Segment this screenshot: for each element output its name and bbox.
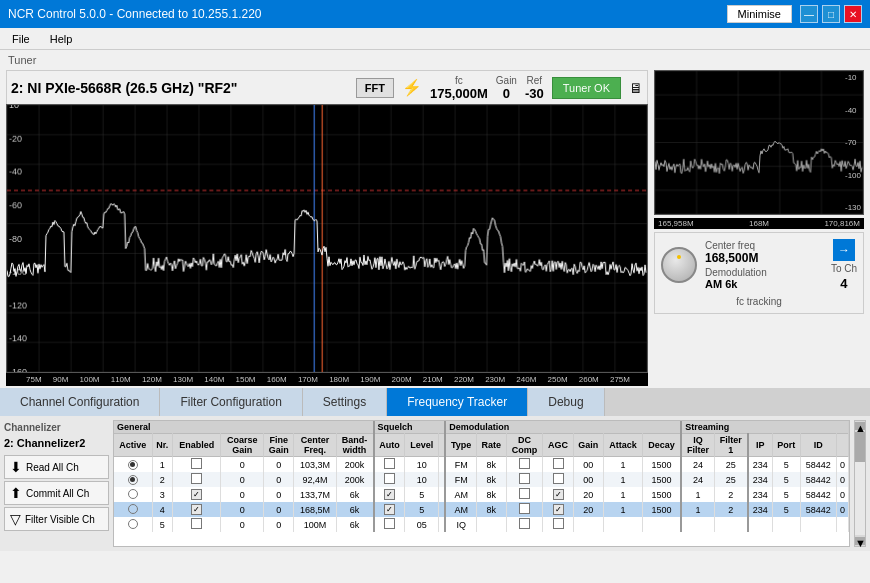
tuner-ok-button[interactable]: Tuner OK [552,77,621,99]
title-left: NCR Control 5.0.0 - Connected to 10.255.… [8,7,262,21]
commit-all-ch-icon: ⬆ [10,485,22,501]
checkbox[interactable] [553,489,564,500]
streaming-group-header: Streaming [681,421,848,434]
read-all-ch-label: Read All Ch [26,462,79,473]
checkbox[interactable] [553,518,564,529]
th-center-freq: CenterFreq. [294,434,336,457]
demodulation-group-header: Demodulation [445,421,681,434]
channel-config-area: Channelizer 2: Channelizer2 ⬇ Read All C… [0,416,870,551]
checkbox[interactable] [191,458,202,469]
radio-button[interactable] [128,460,138,470]
radio-button[interactable] [128,475,138,485]
th-auto: Auto [374,434,405,457]
th-id: ID [800,434,836,457]
tab-filter-configuration[interactable]: Filter Configuration [160,388,302,416]
scroll-thumb[interactable] [855,432,865,462]
minimize-window-button[interactable]: — [800,5,818,23]
commit-all-ch-label: Commit All Ch [26,488,89,499]
tab-bar: Channel Configuration Filter Configurati… [0,388,870,416]
th-fine-gain: FineGain [264,434,294,457]
channelizer-label: Channelizer [4,420,109,435]
tuner-section: Tuner [0,50,870,68]
channelizer-name: 2: Channelizer2 [4,437,109,449]
fc-label: fc [455,75,463,86]
checkbox[interactable] [519,488,530,499]
channel-table-body: 100103,3M200k10FM8k001150024252345584420… [114,457,849,533]
close-window-button[interactable]: ✕ [844,5,862,23]
gain-value: 0 [503,86,510,101]
th-level: Level [405,434,439,457]
checkbox[interactable] [191,489,202,500]
th-nr: Nr. [152,434,173,457]
checkbox[interactable] [384,504,395,515]
left-sidebar: Channelizer 2: Channelizer2 ⬇ Read All C… [4,420,109,547]
radio-button[interactable] [128,519,138,529]
checkbox[interactable] [384,489,395,500]
filter-visible-ch-button[interactable]: ▽ Filter Visible Ch [4,507,109,531]
read-all-ch-button[interactable]: ⬇ Read All Ch [4,455,109,479]
th-active: Active [114,434,152,457]
x-axis: 75M 90M 100M 110M 120M 130M 140M 150M 16… [6,373,648,386]
checkbox[interactable] [519,518,530,529]
filter-visible-ch-label: Filter Visible Ch [25,514,95,525]
general-group-header: General [114,421,374,434]
to-ch-arrow-button[interactable]: → [833,239,855,261]
mini-x-center: 168M [749,219,769,228]
radio-button[interactable] [128,489,138,499]
commit-all-ch-button[interactable]: ⬆ Commit All Ch [4,481,109,505]
th-decay: Decay [643,434,682,457]
channel-table: General Squelch Demodulation Streaming A… [114,421,849,532]
table-scrollbar[interactable]: ▲ ▼ [854,420,866,547]
checkbox[interactable] [384,518,395,529]
checkbox[interactable] [519,473,530,484]
table-row: 400168,5M6k5AM8k2011500122345584420 [114,502,849,517]
checkbox[interactable] [384,473,395,484]
tabs-section: Channel Configuration Filter Configurati… [0,388,870,416]
checkbox[interactable] [553,504,564,515]
title-bar: NCR Control 5.0.0 - Connected to 10.255.… [0,0,870,28]
fft-button[interactable]: FFT [356,78,394,98]
radio-button[interactable] [128,504,138,514]
th-bandwidth: Band-width [336,434,373,457]
filter-visible-ch-icon: ▽ [10,511,21,527]
scroll-down-arrow[interactable]: ▼ [855,537,865,545]
scroll-up-arrow[interactable]: ▲ [855,422,865,430]
tab-frequency-tracker[interactable]: Frequency Tracker [387,388,528,416]
checkbox[interactable] [553,458,564,469]
to-ch-value: 4 [840,276,847,291]
help-menu[interactable]: Help [46,31,77,47]
read-all-ch-icon: ⬇ [10,459,22,475]
ref-label: Ref [527,75,543,86]
checkbox[interactable] [191,473,202,484]
th-dc-comp: DCComp [506,434,543,457]
scroll-track [855,432,865,535]
checkbox[interactable] [384,458,395,469]
spectrum-display [6,104,648,373]
checkbox[interactable] [519,458,530,469]
minimise-button[interactable]: Minimise [727,5,792,23]
checkbox[interactable] [519,503,530,514]
mini-y-axis-right: -10 -40 -70 -100 -130 [845,71,861,214]
th-enabled: Enabled [173,434,221,457]
tab-debug[interactable]: Debug [528,388,604,416]
fc-knob[interactable] [661,247,697,283]
mini-spectrum-display: -10 -40 -70 -100 -130 [654,70,864,215]
table-row: 100103,3M200k10FM8k001150024252345584420 [114,457,849,473]
checkbox[interactable] [191,504,202,515]
table-row: 500100M6k05IQ [114,517,849,532]
tuner-header: 2: NI PXIe-5668R (26.5 GHz) "RF2" FFT ⚡ … [6,70,648,104]
menu-bar: File Help [0,28,870,50]
th-iq-filter: IQFilter [681,434,714,457]
tab-channel-configuration[interactable]: Channel Configuration [0,388,160,416]
lightning-icon: ⚡ [402,78,422,97]
checkbox[interactable] [553,473,564,484]
fc-control-panel: Center freq 168,500M Demodulation AM 6k … [654,232,864,314]
th-attack: Attack [603,434,642,457]
table-row: 20092,4M200k10FM8k001150024252345584420 [114,472,849,487]
th-filter1: Filter1 [714,434,747,457]
maximize-window-button[interactable]: □ [822,5,840,23]
th-rate: Rate [477,434,507,457]
tab-settings[interactable]: Settings [303,388,387,416]
file-menu[interactable]: File [8,31,34,47]
checkbox[interactable] [191,518,202,529]
